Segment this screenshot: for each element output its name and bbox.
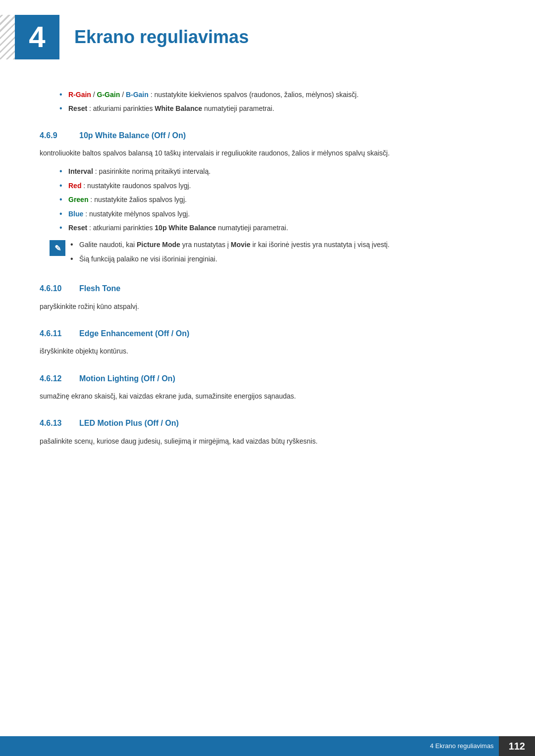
page: 4 Ekrano reguliavimas R-Gain / G-Gain / …	[0, 0, 535, 756]
term-white-balance-1: White Balance	[155, 104, 202, 112]
section-4-6-9-title: 10p White Balance (Off / On)	[79, 129, 186, 142]
section-4-6-13-number: 4.6.13	[40, 417, 69, 430]
section-4-6-12-intro: sumažinę ekrano skaisčj, kai vaizdas ekr…	[40, 391, 495, 402]
section-4-6-12-number: 4.6.12	[40, 372, 69, 385]
bullet-red: Red : nustatykite raudonos spalvos lygj.	[59, 180, 495, 191]
intro-bullet-list: R-Gain / G-Gain / B-Gain : nustatykite k…	[59, 89, 495, 114]
footer: 4 Ekrano reguliavimas 112	[0, 736, 535, 756]
intro-bullet-1: R-Gain / G-Gain / B-Gain : nustatykite k…	[59, 89, 495, 100]
section-4-6-12-title: Motion Lighting (Off / On)	[79, 372, 175, 385]
section-4-6-10-intro: paryškinkite rožinį kūno atspalvį.	[40, 301, 495, 312]
bullet-blue: Blue : nustatykite mėlynos spalvos lygj.	[59, 208, 495, 219]
section-4-6-11-number: 4.6.11	[40, 327, 69, 340]
section-4-6-11-heading: 4.6.11 Edge Enhancement (Off / On)	[40, 327, 495, 340]
bullet-interval: Interval : pasirinkite norimą pritaikyti…	[59, 166, 495, 177]
term-g-gain: G-Gain	[97, 91, 120, 99]
section-4-6-9-number: 4.6.9	[40, 129, 69, 142]
note-content: Galite naudoti, kai Picture Mode yra nus…	[70, 239, 495, 267]
bullet-green: Green : nustatykite žalios spalvos lygj.	[59, 194, 495, 205]
chapter-title: Ekrano reguliavimas	[74, 23, 249, 51]
section-4-6-9-bullets: Interval : pasirinkite norimą pritaikyti…	[59, 166, 495, 233]
chapter-number-block: 4	[15, 15, 59, 59]
term-b-gain: B-Gain	[126, 91, 149, 99]
section-4-6-9-heading: 4.6.9 10p White Balance (Off / On)	[40, 129, 495, 142]
section-4-6-13-title: LED Motion Plus (Off / On)	[79, 417, 179, 430]
section-4-6-9-intro: kontroliuokite baltos spalvos balansą 10…	[40, 148, 495, 159]
content-area: R-Gain / G-Gain / B-Gain : nustatykite k…	[0, 89, 535, 494]
note-icon: ✎	[50, 240, 65, 256]
bullet-reset-10p: Reset : atkuriami parinkties 10p White B…	[59, 222, 495, 233]
term-r-gain: R-Gain	[68, 91, 91, 99]
note-bullet-2: Šią funkciją palaiko ne visi išoriniai į…	[70, 253, 495, 264]
section-4-6-13-intro: pašalinkite scenų, kuriose daug judesių,…	[40, 436, 495, 447]
note-box-1: ✎ Galite naudoti, kai Picture Mode yra n…	[50, 239, 495, 267]
intro-bullet-2: Reset : atkuriami parinkties White Balan…	[59, 103, 495, 114]
section-4-6-10-title: Flesh Tone	[79, 282, 120, 295]
footer-page-number: 112	[499, 736, 535, 756]
section-4-6-12-heading: 4.6.12 Motion Lighting (Off / On)	[40, 372, 495, 385]
section-4-6-10-heading: 4.6.10 Flesh Tone	[40, 282, 495, 295]
section-4-6-10-number: 4.6.10	[40, 282, 69, 295]
section-4-6-11-intro: išryškinkite objektų kontūrus.	[40, 346, 495, 357]
note-bullets: Galite naudoti, kai Picture Mode yra nus…	[70, 239, 495, 264]
section-4-6-11-title: Edge Enhancement (Off / On)	[79, 327, 189, 340]
chapter-number: 4	[29, 22, 45, 52]
note-bullet-1: Galite naudoti, kai Picture Mode yra nus…	[70, 239, 495, 250]
footer-label: 4 Ekrano reguliavimas	[430, 741, 499, 752]
section-4-6-13-heading: 4.6.13 LED Motion Plus (Off / On)	[40, 417, 495, 430]
header: 4 Ekrano reguliavimas	[0, 0, 535, 69]
term-reset-1: Reset	[68, 104, 87, 112]
